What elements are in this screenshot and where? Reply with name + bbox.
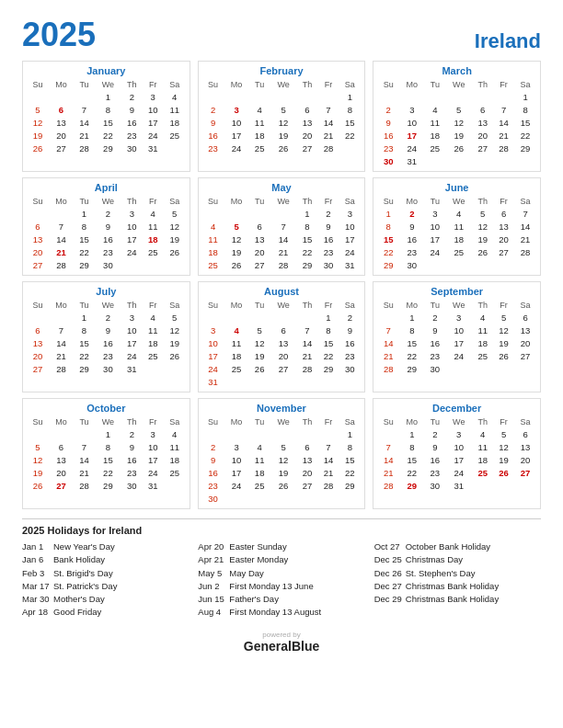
- cal-day: 19: [224, 245, 249, 258]
- cal-day: 23: [121, 129, 143, 142]
- cal-day: 2: [95, 311, 121, 324]
- cal-day: 7: [49, 220, 74, 233]
- day-header: Th: [472, 196, 493, 207]
- cal-day: 22: [339, 129, 361, 142]
- cal-day: [472, 90, 493, 103]
- cal-day: 29: [317, 362, 339, 375]
- cal-day: 7: [270, 220, 297, 233]
- cal-day: [27, 207, 49, 220]
- cal-day: [472, 479, 493, 492]
- cal-day: 22: [95, 129, 121, 142]
- month-title: October: [27, 403, 186, 414]
- cal-day: 13: [27, 233, 49, 245]
- day-header: Su: [202, 300, 224, 311]
- day-header: Th: [297, 79, 318, 90]
- cal-day: 13: [472, 116, 493, 129]
- cal-day: 29: [74, 362, 95, 375]
- holidays-grid: Jan 1New Year's DayJan 6Bank HolidayFeb …: [22, 540, 541, 620]
- cal-day: [297, 90, 318, 103]
- cal-day: 12: [27, 453, 49, 466]
- day-header: Mo: [399, 196, 424, 207]
- holiday-date: May 5: [198, 567, 225, 580]
- cal-day: 1: [95, 90, 121, 103]
- cal-day: 16: [424, 336, 445, 349]
- holiday-name: New Year's Day: [53, 540, 115, 553]
- cal-day: [297, 311, 318, 324]
- cal-day: 16: [121, 116, 143, 129]
- month-block-february: FebruarySuMoTuWeThFrSa123456789101112131…: [198, 61, 366, 172]
- day-header: Su: [202, 196, 224, 207]
- day-header: Sa: [514, 196, 536, 207]
- cal-day: 3: [143, 427, 164, 440]
- cal-day: 25: [202, 258, 224, 271]
- cal-day: 28: [377, 479, 399, 492]
- holiday-date: Apr 20: [198, 540, 225, 553]
- cal-day: 14: [377, 453, 399, 466]
- cal-day: 15: [95, 453, 121, 466]
- cal-day: 19: [472, 233, 493, 245]
- cal-day: 18: [472, 336, 493, 349]
- cal-day: 13: [493, 220, 514, 233]
- cal-day: 23: [202, 142, 224, 154]
- day-header: We: [445, 300, 472, 311]
- cal-day: [202, 207, 224, 220]
- holiday-date: Dec 27: [374, 580, 402, 593]
- cal-day: 18: [472, 453, 493, 466]
- cal-day: 13: [27, 336, 49, 349]
- month-block-december: DecemberSuMoTuWeThFrSa123456789101112131…: [373, 398, 541, 509]
- day-header: Th: [297, 416, 318, 427]
- cal-day: 6: [514, 311, 536, 324]
- cal-day: 30: [95, 362, 121, 375]
- cal-day: [472, 154, 493, 167]
- cal-day: 9: [339, 324, 361, 336]
- holiday-name: Easter Monday: [229, 553, 288, 566]
- cal-day: 15: [399, 336, 424, 349]
- cal-day: 4: [472, 311, 493, 324]
- cal-day: 10: [339, 220, 361, 233]
- cal-day: 20: [493, 233, 514, 245]
- cal-day: 28: [74, 479, 95, 492]
- cal-day: 3: [399, 103, 424, 116]
- cal-day: 12: [472, 220, 493, 233]
- cal-day: 4: [249, 103, 270, 116]
- day-header: Sa: [164, 416, 186, 427]
- cal-day: 27: [297, 142, 318, 154]
- holiday-date: Jun 15: [198, 593, 225, 606]
- holiday-name: St. Brigid's Day: [53, 567, 113, 580]
- cal-day: [493, 362, 514, 375]
- holiday-date: Aug 4: [198, 606, 225, 619]
- cal-day: 18: [249, 466, 270, 479]
- cal-day: 28: [297, 362, 318, 375]
- day-header: Tu: [424, 416, 445, 427]
- cal-day: [317, 427, 339, 440]
- cal-day: 4: [202, 220, 224, 233]
- cal-day: 14: [74, 453, 95, 466]
- cal-day: 25: [472, 349, 493, 362]
- day-header: We: [270, 79, 297, 90]
- cal-day: 9: [95, 324, 121, 336]
- holiday-name: Mother's Day: [53, 593, 105, 606]
- cal-day: 24: [424, 245, 445, 258]
- cal-day: 19: [27, 129, 49, 142]
- cal-day: 10: [399, 116, 424, 129]
- cal-day: 30: [95, 258, 121, 271]
- day-header: Th: [297, 300, 318, 311]
- cal-day: 30: [317, 258, 339, 271]
- cal-day: 12: [164, 220, 186, 233]
- cal-day: 15: [514, 116, 536, 129]
- cal-day: 28: [493, 142, 514, 154]
- cal-day: 30: [399, 258, 424, 271]
- footer-brand: GeneralBlue: [22, 639, 541, 654]
- cal-day: 31: [143, 142, 164, 154]
- cal-day: [224, 311, 249, 324]
- cal-day: 30: [424, 479, 445, 492]
- cal-day: 5: [493, 427, 514, 440]
- cal-day: 21: [74, 129, 95, 142]
- cal-day: 11: [249, 453, 270, 466]
- day-header: Mo: [224, 416, 249, 427]
- cal-day: 21: [297, 349, 318, 362]
- cal-day: 4: [249, 440, 270, 453]
- cal-day: 18: [224, 349, 249, 362]
- cal-day: [224, 207, 249, 220]
- cal-day: 19: [270, 129, 297, 142]
